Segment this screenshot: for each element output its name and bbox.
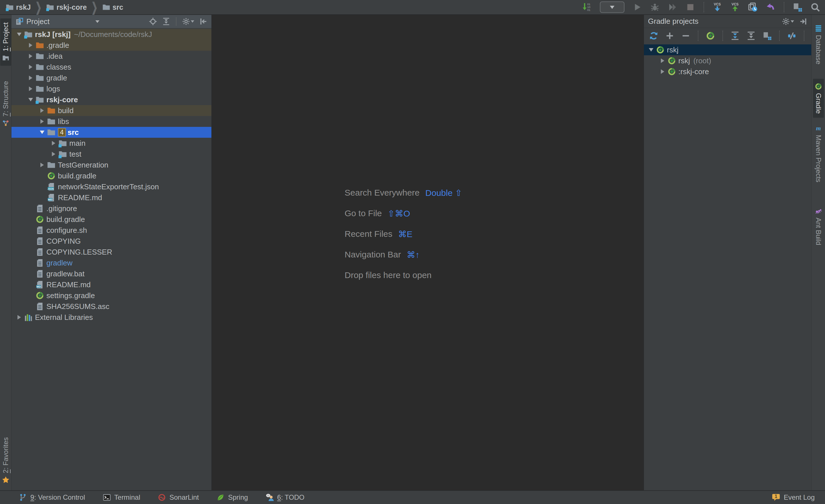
tree-row-rskj[interactable]: rskj	[644, 45, 811, 55]
group-by-modules-button[interactable]	[762, 31, 772, 40]
tree-row-build-gradle[interactable]: build.gradle	[11, 170, 211, 181]
tree-row-testgeneration[interactable]: TestGeneration	[11, 160, 211, 170]
tree-row-classes[interactable]: classes	[11, 62, 211, 72]
breadcrumb-item-rskj[interactable]: rskJ	[5, 3, 32, 11]
header-separator	[176, 17, 176, 26]
locate-button[interactable]	[149, 17, 157, 25]
tree-row-gradlew[interactable]: gradlew	[11, 257, 211, 268]
expand-arrow-icon[interactable]	[27, 63, 34, 71]
run-configuration-selector[interactable]	[600, 1, 624, 13]
tree-row-rskj-rskj[interactable]: rskJ [rskj]~/Documents/code/rskJ	[11, 29, 211, 40]
tree-row-gradle[interactable]: .gradle	[11, 40, 211, 51]
arrow-spacer	[39, 172, 46, 180]
toggle-offline-mode-button[interactable]	[787, 31, 796, 40]
fetch-sources-button[interactable]: 011001	[582, 2, 592, 12]
hide-left-button[interactable]	[199, 17, 207, 25]
statusbar-button-6-todo[interactable]: 6: TODO	[266, 493, 304, 501]
tree-row-logs[interactable]: logs	[11, 83, 211, 94]
run-with-coverage-button[interactable]	[667, 2, 678, 12]
tree-row-rskj[interactable]: rskj(root)	[644, 55, 811, 66]
tree-row-gitignore[interactable]: .gitignore	[11, 203, 211, 214]
hide-right-button[interactable]	[799, 17, 807, 25]
tool-window-button-gradle[interactable]: Gradle	[813, 79, 824, 118]
expand-arrow-icon[interactable]	[15, 314, 23, 321]
tree-row-libs[interactable]: libs	[11, 116, 211, 127]
tool-window-button-1-project[interactable]: 1: Project	[0, 18, 11, 66]
expand-arrow-icon[interactable]	[27, 53, 34, 60]
project-structure-button[interactable]	[792, 2, 803, 12]
expand-arrow-icon[interactable]	[50, 150, 57, 158]
expand-arrow-icon[interactable]	[27, 74, 34, 82]
expand-arrow-icon[interactable]	[659, 57, 666, 65]
expand-all-button[interactable]	[731, 31, 740, 40]
collapse-all-button[interactable]	[747, 31, 756, 40]
tool-window-button-2-favorites[interactable]: 2: Favorites	[0, 433, 11, 487]
breadcrumb-separator-icon: ❯	[33, 0, 43, 15]
statusbar-button-terminal[interactable]: Terminal	[103, 493, 140, 501]
statusbar-button-9-version-control[interactable]: 9: Version Control	[19, 493, 85, 501]
tree-row-src[interactable]: 4src	[11, 127, 211, 138]
tool-window-button-database[interactable]: Database	[813, 21, 824, 69]
collapse-all-button[interactable]	[162, 17, 170, 25]
collapse-arrow-icon[interactable]	[27, 96, 34, 103]
project-view-selector-caret[interactable]	[95, 20, 99, 23]
tree-item-label: rskj	[667, 46, 678, 55]
main-toolbar: rskJ❯rskj-core❯src 011001VCSVCS	[0, 0, 825, 15]
statusbar-button-sonarlint[interactable]: SonarLint	[158, 493, 199, 501]
commit-changes-button[interactable]: VCS	[730, 2, 740, 12]
tool-window-button-maven-projects[interactable]: mMaven Projects	[813, 120, 824, 186]
recent-changes-button[interactable]	[748, 2, 758, 12]
refresh-gradle-projects-button[interactable]	[649, 31, 658, 40]
tree-row-rskj-core[interactable]: rskj-core	[11, 94, 211, 105]
tree-row-readme-md[interactable]: MDREADME.md	[11, 192, 211, 203]
detach-gradle-project-button[interactable]	[681, 31, 690, 40]
breadcrumb-item-src[interactable]: src	[101, 3, 125, 11]
expand-arrow-icon[interactable]	[39, 161, 46, 169]
tree-row-test[interactable]: test	[11, 149, 211, 160]
tree-row-readme-md[interactable]: MDREADME.md	[11, 279, 211, 290]
rollback-button[interactable]	[765, 2, 776, 12]
expand-arrow-icon[interactable]	[27, 41, 34, 49]
search-everywhere-button[interactable]	[810, 2, 820, 12]
tree-row-build[interactable]: build	[11, 105, 211, 116]
expand-arrow-icon[interactable]	[39, 107, 46, 114]
expand-arrow-icon[interactable]	[659, 68, 666, 75]
tree-row-configure-sh[interactable]: configure.sh	[11, 225, 211, 236]
expand-arrow-icon[interactable]	[39, 118, 46, 125]
expand-arrow-icon[interactable]	[27, 85, 34, 92]
tree-row-networkstateexportertest-json[interactable]: JSONnetworkStateExporterTest.json	[11, 181, 211, 192]
gradle-icon	[35, 291, 44, 300]
run-gradle-task-button[interactable]	[706, 31, 715, 40]
tree-row-settings-gradle[interactable]: settings.gradle	[11, 290, 211, 301]
tree-row-copying[interactable]: COPYING	[11, 236, 211, 247]
arrow-spacer	[27, 227, 34, 234]
breadcrumb-item-rskj-core[interactable]: rskj-core	[45, 3, 88, 11]
event-log-widget[interactable]: 1 Event Log	[772, 493, 815, 502]
tree-row-external-libraries[interactable]: External Libraries	[11, 312, 211, 323]
tree-row-build-gradle[interactable]: build.gradle	[11, 214, 211, 225]
folder-module-icon	[6, 3, 14, 11]
tree-row-gradlew-bat[interactable]: gradlew.bat	[11, 268, 211, 279]
tree-row-gradle[interactable]: gradle	[11, 72, 211, 83]
collapse-arrow-icon[interactable]	[648, 46, 655, 54]
update-project-button[interactable]: VCS	[712, 2, 723, 12]
settings-button[interactable]	[182, 17, 194, 25]
tree-row-idea[interactable]: .idea	[11, 51, 211, 62]
tree-row-copying-lesser[interactable]: COPYING.LESSER	[11, 247, 211, 257]
tree-row-rskj-core[interactable]: :rskj-core	[644, 66, 811, 77]
tree-row-sha256sums-asc[interactable]: SHA256SUMS.asc	[11, 301, 211, 312]
arrow-spacer	[39, 194, 46, 201]
run-button[interactable]	[632, 2, 642, 12]
stop-button[interactable]	[685, 2, 695, 12]
tool-window-button-7-structure[interactable]: 7: Structure	[0, 77, 11, 131]
tree-row-main[interactable]: main	[11, 138, 211, 149]
debug-button[interactable]	[650, 2, 660, 12]
folder-module-icon	[46, 3, 54, 11]
tool-window-button-ant-build[interactable]: Ant Build	[813, 203, 824, 249]
statusbar-button-spring[interactable]: Spring	[217, 493, 248, 501]
attach-gradle-project-button[interactable]	[665, 31, 674, 40]
settings-button[interactable]	[782, 17, 794, 25]
collapse-arrow-icon[interactable]	[39, 129, 46, 136]
collapse-arrow-icon[interactable]	[15, 31, 23, 38]
expand-arrow-icon[interactable]	[50, 140, 57, 147]
